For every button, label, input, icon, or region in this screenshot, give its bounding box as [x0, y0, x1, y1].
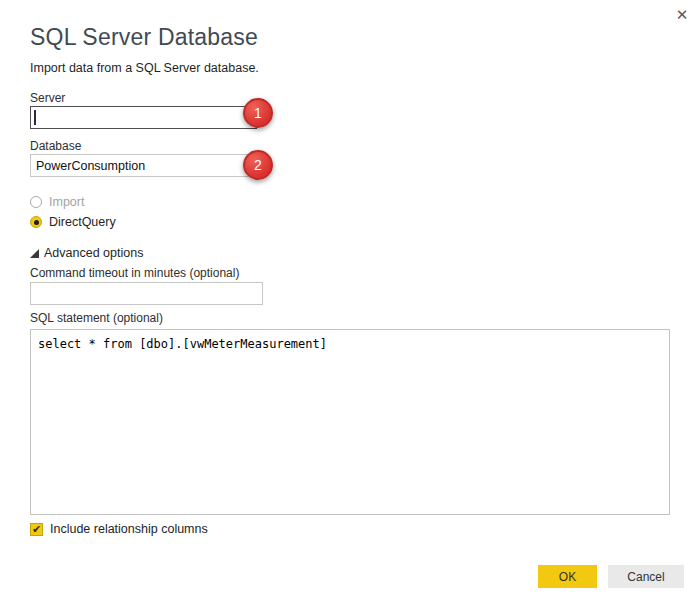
page-title: SQL Server Database	[30, 24, 258, 51]
database-input[interactable]	[30, 154, 257, 177]
text-cursor	[34, 110, 36, 125]
radio-option-import: Import	[30, 193, 116, 211]
callout-badge-1: 1	[243, 98, 273, 128]
command-timeout-label: Command timeout in minutes (optional)	[30, 266, 239, 280]
collapse-triangle-icon	[30, 249, 39, 258]
checkbox-icon: ✔	[30, 523, 43, 536]
connectivity-radio-group: ImportDirectQuery	[30, 193, 116, 233]
advanced-options-label: Advanced options	[44, 246, 143, 260]
checkmark-icon: ✔	[32, 524, 41, 535]
command-timeout-input[interactable]	[30, 282, 263, 305]
radio-label: DirectQuery	[49, 215, 116, 229]
server-input[interactable]	[30, 106, 257, 129]
close-icon[interactable]: ✕	[671, 4, 693, 26]
ok-button[interactable]: OK	[538, 565, 597, 588]
sql-statement-textarea[interactable]: select * from [dbo].[vwMeterMeasurement]	[30, 329, 670, 515]
advanced-options-toggle[interactable]: Advanced options	[30, 246, 143, 260]
radio-label: Import	[49, 195, 84, 209]
server-label: Server	[30, 91, 65, 105]
cancel-button[interactable]: Cancel	[608, 565, 684, 588]
dialog-subtitle: Import data from a SQL Server database.	[30, 61, 259, 75]
include-relationship-label: Include relationship columns	[50, 522, 208, 536]
radio-icon	[30, 216, 42, 228]
callout-badge-2: 2	[243, 150, 273, 180]
radio-option-directquery[interactable]: DirectQuery	[30, 213, 116, 231]
database-label: Database	[30, 139, 81, 153]
radio-icon	[30, 196, 42, 208]
sql-server-database-dialog: ✕ SQL Server Database Import data from a…	[0, 0, 699, 616]
sql-statement-label: SQL statement (optional)	[30, 311, 163, 325]
include-relationship-checkbox[interactable]: ✔ Include relationship columns	[30, 522, 208, 536]
